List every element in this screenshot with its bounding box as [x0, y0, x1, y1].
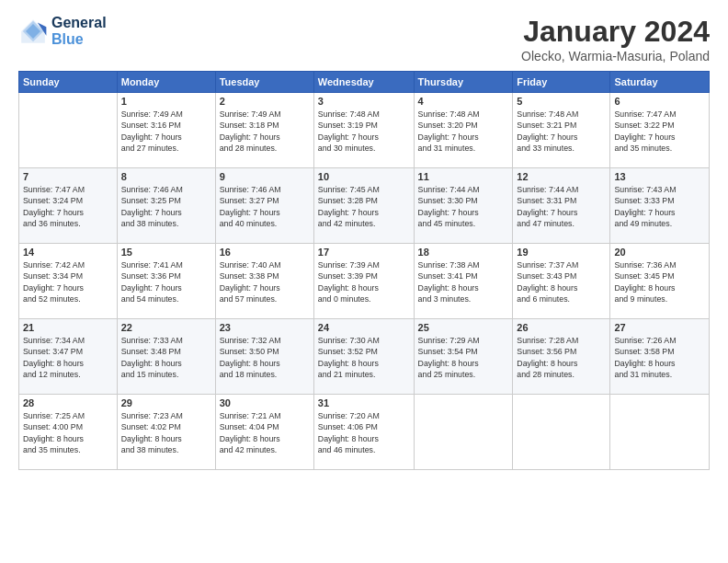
calendar-cell: 7Sunrise: 7:47 AMSunset: 3:24 PMDaylight…	[19, 168, 118, 244]
calendar-cell: 31Sunrise: 7:20 AMSunset: 4:06 PMDayligh…	[313, 395, 414, 470]
calendar-cell: 12Sunrise: 7:44 AMSunset: 3:31 PMDayligh…	[513, 168, 610, 244]
calendar-cell: 14Sunrise: 7:42 AMSunset: 3:34 PMDayligh…	[19, 244, 118, 319]
day-info: Sunrise: 7:49 AMSunset: 3:16 PMDaylight:…	[121, 109, 211, 154]
day-info: Sunrise: 7:36 AMSunset: 3:45 PMDaylight:…	[614, 259, 705, 304]
calendar-cell	[513, 395, 610, 470]
day-info: Sunrise: 7:47 AMSunset: 3:22 PMDaylight:…	[614, 109, 705, 154]
calendar-cell: 26Sunrise: 7:28 AMSunset: 3:56 PMDayligh…	[513, 319, 610, 395]
day-number: 14	[23, 247, 113, 258]
calendar-cell	[414, 395, 513, 470]
day-number: 6	[614, 96, 705, 107]
day-number: 15	[121, 247, 211, 258]
day-number: 16	[220, 247, 310, 258]
calendar-cell: 20Sunrise: 7:36 AMSunset: 3:45 PMDayligh…	[610, 244, 710, 319]
day-number: 23	[220, 322, 310, 333]
subtitle: Olecko, Warmia-Masuria, Poland	[521, 49, 710, 63]
day-number: 8	[121, 171, 211, 182]
day-number: 13	[614, 171, 705, 182]
day-number: 19	[517, 247, 606, 258]
calendar-cell: 4Sunrise: 7:48 AMSunset: 3:20 PMDaylight…	[414, 93, 513, 168]
day-number: 2	[220, 96, 310, 107]
day-number: 10	[318, 171, 410, 182]
header-day-wednesday: Wednesday	[313, 72, 414, 93]
day-info: Sunrise: 7:38 AMSunset: 3:41 PMDaylight:…	[418, 259, 509, 304]
day-number: 21	[23, 322, 113, 333]
day-info: Sunrise: 7:29 AMSunset: 3:54 PMDaylight:…	[418, 335, 509, 380]
week-row-3: 14Sunrise: 7:42 AMSunset: 3:34 PMDayligh…	[19, 244, 710, 319]
day-number: 24	[318, 322, 410, 333]
day-info: Sunrise: 7:30 AMSunset: 3:52 PMDaylight:…	[318, 335, 410, 380]
calendar-cell: 30Sunrise: 7:21 AMSunset: 4:04 PMDayligh…	[215, 395, 313, 470]
day-number: 5	[517, 96, 606, 107]
day-info: Sunrise: 7:43 AMSunset: 3:33 PMDaylight:…	[614, 184, 705, 229]
calendar-cell: 27Sunrise: 7:26 AMSunset: 3:58 PMDayligh…	[610, 319, 710, 395]
calendar-cell: 1Sunrise: 7:49 AMSunset: 3:16 PMDaylight…	[117, 93, 215, 168]
calendar-cell: 9Sunrise: 7:46 AMSunset: 3:27 PMDaylight…	[215, 168, 313, 244]
calendar-cell: 21Sunrise: 7:34 AMSunset: 3:47 PMDayligh…	[19, 319, 118, 395]
calendar-cell: 22Sunrise: 7:33 AMSunset: 3:48 PMDayligh…	[117, 319, 215, 395]
day-number: 9	[220, 171, 310, 182]
calendar-cell: 13Sunrise: 7:43 AMSunset: 3:33 PMDayligh…	[610, 168, 710, 244]
day-number: 3	[318, 96, 410, 107]
day-info: Sunrise: 7:26 AMSunset: 3:58 PMDaylight:…	[614, 335, 705, 380]
day-info: Sunrise: 7:23 AMSunset: 4:02 PMDaylight:…	[121, 410, 211, 455]
header-day-sunday: Sunday	[19, 72, 118, 93]
day-number: 18	[418, 247, 509, 258]
day-info: Sunrise: 7:47 AMSunset: 3:24 PMDaylight:…	[23, 184, 113, 229]
day-number: 7	[23, 171, 113, 182]
day-info: Sunrise: 7:49 AMSunset: 3:18 PMDaylight:…	[220, 109, 310, 154]
day-info: Sunrise: 7:33 AMSunset: 3:48 PMDaylight:…	[121, 335, 211, 380]
day-info: Sunrise: 7:28 AMSunset: 3:56 PMDaylight:…	[517, 335, 606, 380]
week-row-5: 28Sunrise: 7:25 AMSunset: 4:00 PMDayligh…	[19, 395, 710, 470]
calendar-cell: 6Sunrise: 7:47 AMSunset: 3:22 PMDaylight…	[610, 93, 710, 168]
day-number: 22	[121, 322, 211, 333]
day-info: Sunrise: 7:20 AMSunset: 4:06 PMDaylight:…	[318, 410, 410, 455]
title-block: January 2024 Olecko, Warmia-Masuria, Pol…	[521, 15, 710, 63]
day-info: Sunrise: 7:25 AMSunset: 4:00 PMDaylight:…	[23, 410, 113, 455]
day-info: Sunrise: 7:40 AMSunset: 3:38 PMDaylight:…	[220, 259, 310, 304]
calendar-cell: 23Sunrise: 7:32 AMSunset: 3:50 PMDayligh…	[215, 319, 313, 395]
day-info: Sunrise: 7:46 AMSunset: 3:27 PMDaylight:…	[220, 184, 310, 229]
day-info: Sunrise: 7:44 AMSunset: 3:31 PMDaylight:…	[517, 184, 606, 229]
day-info: Sunrise: 7:48 AMSunset: 3:21 PMDaylight:…	[517, 109, 606, 154]
calendar-cell: 24Sunrise: 7:30 AMSunset: 3:52 PMDayligh…	[313, 319, 414, 395]
day-number: 20	[614, 247, 705, 258]
day-info: Sunrise: 7:37 AMSunset: 3:43 PMDaylight:…	[517, 259, 606, 304]
calendar-cell: 11Sunrise: 7:44 AMSunset: 3:30 PMDayligh…	[414, 168, 513, 244]
logo-text: General Blue	[51, 15, 107, 47]
day-number: 28	[23, 397, 113, 408]
month-title: January 2024	[521, 15, 710, 49]
calendar-cell: 5Sunrise: 7:48 AMSunset: 3:21 PMDaylight…	[513, 93, 610, 168]
week-row-4: 21Sunrise: 7:34 AMSunset: 3:47 PMDayligh…	[19, 319, 710, 395]
week-row-2: 7Sunrise: 7:47 AMSunset: 3:24 PMDaylight…	[19, 168, 710, 244]
day-info: Sunrise: 7:42 AMSunset: 3:34 PMDaylight:…	[23, 259, 113, 304]
day-number: 30	[220, 397, 310, 408]
calendar-cell: 18Sunrise: 7:38 AMSunset: 3:41 PMDayligh…	[414, 244, 513, 319]
calendar-cell: 25Sunrise: 7:29 AMSunset: 3:54 PMDayligh…	[414, 319, 513, 395]
calendar-cell: 8Sunrise: 7:46 AMSunset: 3:25 PMDaylight…	[117, 168, 215, 244]
calendar: SundayMondayTuesdayWednesdayThursdayFrid…	[18, 71, 710, 470]
header: General Blue January 2024 Olecko, Warmia…	[18, 15, 710, 63]
page: General Blue January 2024 Olecko, Warmia…	[0, 0, 728, 563]
day-number: 12	[517, 171, 606, 182]
header-day-thursday: Thursday	[414, 72, 513, 93]
day-info: Sunrise: 7:45 AMSunset: 3:28 PMDaylight:…	[318, 184, 410, 229]
day-info: Sunrise: 7:34 AMSunset: 3:47 PMDaylight:…	[23, 335, 113, 380]
calendar-cell	[19, 93, 118, 168]
day-info: Sunrise: 7:48 AMSunset: 3:19 PMDaylight:…	[318, 109, 410, 154]
calendar-cell: 16Sunrise: 7:40 AMSunset: 3:38 PMDayligh…	[215, 244, 313, 319]
day-number: 29	[121, 397, 211, 408]
day-number: 27	[614, 322, 705, 333]
header-day-saturday: Saturday	[610, 72, 710, 93]
day-info: Sunrise: 7:21 AMSunset: 4:04 PMDaylight:…	[220, 410, 310, 455]
day-number: 11	[418, 171, 509, 182]
calendar-cell: 10Sunrise: 7:45 AMSunset: 3:28 PMDayligh…	[313, 168, 414, 244]
logo-icon	[18, 17, 48, 46]
calendar-cell: 3Sunrise: 7:48 AMSunset: 3:19 PMDaylight…	[313, 93, 414, 168]
calendar-cell: 15Sunrise: 7:41 AMSunset: 3:36 PMDayligh…	[117, 244, 215, 319]
calendar-cell	[610, 395, 710, 470]
logo: General Blue	[18, 15, 107, 47]
day-info: Sunrise: 7:41 AMSunset: 3:36 PMDaylight:…	[121, 259, 211, 304]
day-number: 1	[121, 96, 211, 107]
day-number: 26	[517, 322, 606, 333]
